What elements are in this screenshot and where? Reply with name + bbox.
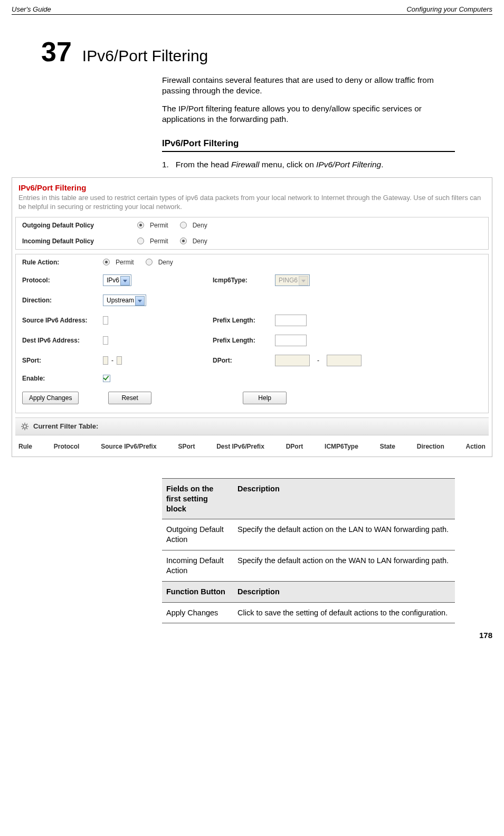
src-addr-label: Source IPv6 Address: [22, 317, 99, 324]
cell-outgoing-action: Outgoing Default Action [162, 519, 233, 550]
col-sport: SPort [178, 443, 195, 450]
page-number: 178 [12, 631, 492, 640]
svg-line-5 [22, 424, 23, 425]
svg-point-0 [23, 425, 26, 428]
protocol-label: Protocol: [22, 277, 99, 284]
cell-apply-changes: Apply Changes [162, 602, 233, 623]
cell-incoming-action: Incoming Default Action [162, 550, 233, 582]
table-header-description: Description [233, 478, 455, 519]
col-src: Source IPv6/Prefix [101, 443, 156, 450]
cell-apply-desc: Click to save the setting of default act… [233, 602, 455, 623]
col-dst: Dest IPv6/Prefix [216, 443, 264, 450]
dport-dash: - [317, 357, 319, 364]
svg-line-6 [26, 428, 27, 429]
router-ui-screenshot: IPv6/Port Filtering Entries in this tabl… [12, 177, 492, 457]
outgoing-deny-label: Deny [193, 222, 207, 229]
protocol-select[interactable]: IPv6 [103, 274, 131, 286]
table-header-fields: Fields on the first setting block [162, 478, 233, 519]
rule-action-label: Rule Action: [22, 259, 99, 266]
table-row: Incoming Default Action Specify the defa… [162, 550, 455, 582]
current-filter-table-title: Current Filter Table: [33, 422, 98, 430]
table-row: Apply Changes Click to save the setting … [162, 602, 455, 623]
outgoing-deny-radio[interactable] [180, 222, 187, 229]
screenshot-title: IPv6/Port Filtering [12, 178, 492, 193]
incoming-policy-label: Incoming Default Policy [22, 238, 133, 245]
rule-permit-label: Permit [116, 259, 134, 266]
enable-label: Enable: [22, 375, 99, 382]
src-prefix-input[interactable] [275, 315, 307, 326]
rule-deny-radio[interactable] [146, 259, 153, 265]
description-table: Fields on the first setting block Descri… [162, 478, 455, 624]
intro-paragraph-1: Firewall contains several features that … [162, 75, 455, 96]
current-filter-table-header: Current Filter Table: [15, 417, 489, 435]
col-protocol: Protocol [54, 443, 80, 450]
src-prefix-label: Prefix Length: [213, 317, 271, 324]
screenshot-desc: Entries in this table are used to restri… [12, 193, 492, 217]
rule-panel: Rule Action: Permit Deny Protocol: IPv6 … [15, 254, 489, 413]
help-button[interactable]: Help [243, 392, 287, 404]
dst-prefix-input[interactable] [275, 335, 307, 346]
sport-label: SPort: [22, 357, 99, 364]
header-right: Configuring your Computers [406, 5, 492, 13]
sport-dash: - [111, 357, 113, 364]
dst-addr-label: Dest IPv6 Address: [22, 337, 99, 344]
sport-to-input[interactable] [117, 356, 122, 365]
chapter-number: 37 [41, 36, 72, 68]
outgoing-policy-label: Outgoing Default Policy [22, 222, 133, 229]
col-icmp: ICMP6Type [325, 443, 358, 450]
svg-line-8 [26, 424, 27, 425]
section-title: IPv6/Port Filtering [162, 138, 455, 152]
filter-table-columns: Rule Protocol Source IPv6/Prefix SPort D… [12, 435, 492, 457]
incoming-deny-label: Deny [193, 238, 207, 245]
svg-line-7 [22, 428, 23, 429]
default-policy-panel: Outgoing Default Policy Permit Deny Inco… [15, 217, 489, 250]
sport-from-input[interactable] [103, 356, 108, 365]
col-action: Action [466, 443, 486, 450]
dport-from-input[interactable] [275, 355, 310, 366]
incoming-permit-radio[interactable] [137, 238, 144, 244]
incoming-permit-label: Permit [150, 238, 168, 245]
col-direction: Direction [417, 443, 444, 450]
chapter-title: IPv6/Port Filtering [82, 47, 208, 65]
icmp6type-label: Icmp6Type: [213, 277, 271, 284]
cell-incoming-desc: Specify the default action on the WAN to… [233, 550, 455, 582]
outgoing-permit-radio[interactable] [137, 222, 144, 229]
col-dport: DPort [286, 443, 303, 450]
cell-outgoing-desc: Specify the default action on the LAN to… [233, 519, 455, 550]
step-1: 1. From the head Firewall menu, click on… [162, 159, 455, 170]
reset-button[interactable]: Reset [108, 392, 151, 404]
rule-deny-label: Deny [158, 259, 173, 266]
icmp6type-select[interactable]: PING6 [275, 274, 310, 286]
dport-to-input[interactable] [327, 355, 362, 366]
enable-checkbox[interactable] [103, 375, 110, 382]
outgoing-permit-label: Permit [150, 222, 168, 229]
gear-icon [21, 422, 29, 431]
col-state: State [380, 443, 395, 450]
table-row: Outgoing Default Action Specify the defa… [162, 519, 455, 550]
dport-label: DPort: [213, 357, 271, 364]
dst-prefix-label: Prefix Length: [213, 337, 271, 344]
rule-permit-radio[interactable] [103, 259, 110, 265]
table-header-desc2: Description [233, 581, 455, 602]
header-left: User's Guide [12, 5, 51, 13]
table-header-function: Function Button [162, 581, 233, 602]
src-addr-input[interactable] [103, 316, 108, 325]
direction-label: Direction: [22, 297, 99, 304]
dst-addr-input[interactable] [103, 336, 108, 345]
col-rule: Rule [18, 443, 32, 450]
page-header: User's Guide Configuring your Computers [12, 5, 492, 15]
intro-paragraph-2: The IP/Port filtering feature allows you… [162, 103, 455, 125]
direction-select[interactable]: Upstream [103, 294, 146, 306]
apply-changes-button[interactable]: Apply Changes [22, 392, 79, 404]
incoming-deny-radio[interactable] [180, 238, 187, 244]
chapter-heading: 37 IPv6/Port Filtering [41, 36, 492, 68]
